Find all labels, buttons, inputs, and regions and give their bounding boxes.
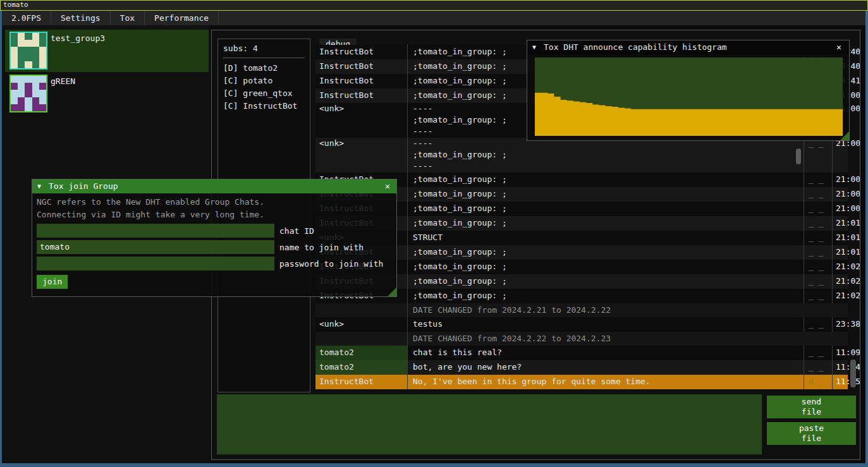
close-icon[interactable]: ✕: [834, 40, 844, 54]
join-input-chat-ID[interactable]: [37, 224, 274, 238]
avatar-pixel: [32, 40, 39, 47]
subs-count: subs: 4: [223, 44, 305, 53]
avatar-pixel: [39, 33, 46, 40]
avatar-pixel: [32, 90, 39, 97]
message-sender: InstructBot: [315, 375, 407, 389]
subs-separator: [223, 58, 305, 58]
avatar-pixel: [39, 47, 46, 54]
member-tomato2[interactable]: [D] tomato2: [223, 62, 305, 75]
member-list: [D] tomato2[C] potato[C] green_qtox[C] I…: [223, 62, 305, 112]
dht-histogram-plot: [535, 58, 843, 136]
join-field-label: password to join with: [279, 259, 383, 269]
menu-item-settings[interactable]: Settings: [51, 11, 111, 25]
group-row-gREEN[interactable]: gREEN: [5, 73, 209, 108]
group-name: gREEN: [51, 76, 75, 86]
paste-file-button[interactable]: paste file: [767, 422, 856, 445]
message-flags: _ _: [804, 187, 832, 202]
send-file-button[interactable]: send file: [767, 396, 856, 418]
join-field-label: chat ID: [279, 226, 314, 236]
member-potato[interactable]: [C] potato: [223, 75, 305, 87]
menu-item-performance[interactable]: Performance: [145, 11, 219, 25]
message-timestamp: 21:00: [832, 202, 860, 216]
join-field-row: tomatoname to join with: [37, 240, 393, 254]
join-field-row: chat ID: [37, 224, 393, 238]
join-group-window: ▼ Tox join Group ✕ NGC refers to the New…: [32, 179, 397, 297]
date-row-spacer: [315, 303, 407, 317]
message-sender: tomato2: [315, 346, 407, 360]
message-text: ;tomato_in_group: ;: [407, 274, 804, 289]
avatar-pixel: [11, 104, 18, 111]
message-flags: _ _: [804, 245, 832, 260]
avatar-pixel: [11, 47, 18, 54]
message-flags: _ _: [804, 202, 832, 216]
close-icon[interactable]: ✕: [382, 179, 393, 193]
message-flags: _ _: [804, 274, 832, 289]
collapse-icon[interactable]: ▼: [37, 179, 41, 193]
member-InstructBot[interactable]: [C] InstructBot: [223, 100, 305, 112]
message-cell-scrollbar[interactable]: [796, 149, 801, 164]
app-root: tomato 2.0FPSSettingsToxPerformance test…: [0, 0, 868, 467]
join-group-title: Tox join Group: [49, 179, 118, 193]
join-button[interactable]: join: [37, 275, 68, 289]
join-group-body: NGC refers to the New DHT enabled Group …: [37, 196, 393, 289]
join-info-line-2: Connecting via ID might take a very long…: [37, 209, 393, 221]
chat-message-row: <unk>----;tomato_in_group: ;----_ _21:00: [315, 138, 848, 173]
avatar-pixel: [25, 61, 32, 68]
member-green_qtox[interactable]: [C] green_qtox: [223, 87, 305, 100]
dht-histogram-titlebar[interactable]: ▼ Tox DHT announce capability histogram …: [527, 40, 849, 54]
message-input[interactable]: [217, 394, 762, 454]
avatar-pixel: [18, 97, 25, 104]
avatar-pixel: [11, 61, 18, 68]
group-name: test_group3: [51, 33, 105, 43]
join-group-titlebar[interactable]: ▼ Tox join Group ✕: [32, 179, 396, 193]
avatar-pixel: [32, 33, 39, 40]
avatar-pixel: [11, 40, 18, 47]
message-sender: InstructBot: [315, 45, 407, 59]
avatar-pixel: [18, 47, 25, 54]
avatar-pixel: [39, 54, 46, 61]
menu-item-2.0fps[interactable]: 2.0FPS: [2, 11, 51, 25]
message-sender: <unk>: [315, 138, 407, 173]
menu-bar: 2.0FPSSettingsToxPerformance: [2, 11, 865, 25]
window-title-bar: tomato: [0, 0, 868, 11]
join-field-row: password to join with: [37, 257, 393, 270]
avatar-pixel: [18, 61, 25, 68]
avatar-pixel: [25, 33, 32, 40]
collapse-icon[interactable]: ▼: [532, 40, 536, 54]
message-sender: InstructBot: [315, 59, 407, 74]
chat-message-row: tomato2chat is this real?_ _11:09: [315, 346, 848, 360]
avatar-pixel: [32, 97, 39, 104]
join-field-label: name to join with: [279, 243, 364, 252]
menu-item-tox[interactable]: Tox: [111, 11, 145, 25]
message-flags: _ _: [804, 289, 832, 303]
avatar-pixel: [11, 97, 18, 104]
avatar-pixel: [11, 33, 18, 40]
message-line: ;tomato_in_group: ;: [413, 149, 804, 161]
chat-scrollbar[interactable]: [850, 360, 856, 387]
avatar-pixel: [39, 97, 46, 104]
message-timestamp: 21:02: [832, 260, 860, 274]
message-timestamp: 23:38: [832, 317, 860, 332]
message-text: ;tomato_in_group: ;: [407, 260, 804, 274]
join-input-name-to-join-with[interactable]: tomato: [37, 240, 274, 254]
avatar-pixel: [32, 76, 39, 83]
message-timestamp: 21:00: [832, 173, 860, 187]
message-text: ;tomato_in_group: ;: [407, 187, 804, 202]
avatar-pixel: [25, 47, 32, 54]
message-timestamp: 21:02: [832, 274, 860, 289]
message-flags: _ _: [804, 138, 832, 173]
message-text: ;tomato_in_group: ;: [407, 216, 804, 231]
avatar-pixel: [18, 33, 25, 40]
resize-grip-icon[interactable]: [388, 288, 396, 296]
avatar-pixel: [18, 90, 25, 97]
message-text: STRUCT: [407, 231, 804, 245]
resize-grip-icon[interactable]: [840, 131, 849, 140]
avatar-pixel: [25, 97, 32, 104]
group-row-test_group3[interactable]: test_group3: [5, 30, 209, 72]
date-changed-text: DATE CHANGED from 2024.2.22 to 2024.2.23: [407, 332, 804, 346]
histogram-bars: [535, 58, 843, 136]
avatar-pixel: [18, 40, 25, 47]
message-text: ;tomato_in_group: ;: [407, 173, 804, 187]
chat-message-row: tomato2bot, are you new here?_ _11:14: [315, 360, 848, 375]
join-input-password-to-join-with[interactable]: [37, 257, 274, 270]
